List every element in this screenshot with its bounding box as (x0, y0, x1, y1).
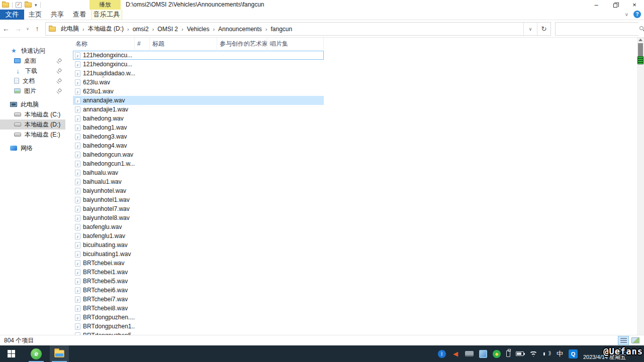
file-row[interactable]: BRTdongpuzhen5... (73, 331, 324, 335)
help-icon[interactable]: ? (633, 11, 641, 18)
breadcrumb-item[interactable]: fangcun (269, 25, 295, 34)
file-row[interactable]: baiyunhotel8.wav (73, 213, 324, 222)
file-row[interactable]: baihedongcun1.w... (73, 159, 324, 168)
file-row[interactable]: BRTchebei8.wav (73, 304, 324, 313)
ribbon-tab[interactable]: 查看 (68, 10, 90, 20)
tab-file[interactable]: 文件 (0, 10, 24, 20)
chevron-right-icon[interactable]: › (127, 26, 130, 32)
ime-indicator[interactable]: 中 (557, 349, 563, 358)
sidebar-item[interactable]: 文档 (0, 76, 65, 86)
contextual-tab-group[interactable]: 播放 (89, 0, 121, 10)
file-row[interactable]: BRTchebei7.wav (73, 295, 324, 304)
file-row[interactable]: BRTchebei1.wav (73, 268, 324, 277)
wifi-icon[interactable] (529, 351, 537, 357)
thumbnail-view-button[interactable] (630, 336, 641, 345)
file-row[interactable]: BRTchebei6.wav (73, 286, 324, 295)
sidebar-item[interactable]: 此电脑 (0, 99, 65, 109)
ribbon-tab[interactable]: 主页 (24, 10, 46, 20)
close-button[interactable]: × (625, 0, 644, 10)
sidebar-item[interactable]: 图片 (0, 86, 65, 96)
file-row[interactable]: 121hedongxincu... (73, 51, 324, 60)
touchpad-icon[interactable] (465, 351, 474, 356)
details-view-button[interactable] (618, 336, 629, 345)
file-row[interactable]: baihualu.wav (73, 168, 324, 177)
usb-icon[interactable] (506, 350, 510, 357)
minimize-button[interactable]: – (587, 0, 606, 10)
chevron-right-icon[interactable]: › (82, 26, 85, 32)
column-header[interactable]: 唱片集 (267, 38, 324, 50)
refresh-icon[interactable]: ↻ (537, 23, 550, 35)
search-input[interactable] (556, 23, 639, 35)
file-row[interactable]: BRTchebei5.wav (73, 277, 324, 286)
chevron-right-icon[interactable]: › (265, 26, 268, 32)
search-icon[interactable] (639, 26, 644, 32)
chevron-right-icon[interactable]: › (181, 26, 184, 32)
restore-button[interactable] (606, 0, 625, 10)
recent-locations-icon[interactable]: ∨ (24, 22, 31, 35)
column-header[interactable]: 参与创作的艺术家 (217, 38, 267, 50)
file-row[interactable]: baihedong3.wav (73, 132, 324, 141)
file-row[interactable]: BRTdongpuzhen.... (73, 313, 324, 322)
ribbon-tab[interactable]: 共享 (46, 10, 68, 20)
scrollbar-thumb[interactable] (638, 43, 643, 56)
forward-button[interactable]: → (12, 22, 24, 35)
file-row[interactable]: BRTdongpuzhen1... (73, 322, 324, 331)
bluetooth-icon[interactable] (438, 350, 446, 358)
column-header[interactable]: 标题 (150, 38, 217, 50)
sidebar-item[interactable]: 本地磁盘 (D:) (0, 119, 65, 130)
sidebar-item[interactable]: 本地磁盘 (C:) (0, 109, 65, 119)
sidebar-item[interactable]: 下载 (0, 66, 65, 76)
address-box[interactable]: 此电脑 › 本地磁盘 (D:) › omsi2 › OMSI 2 › Vehic… (45, 22, 551, 36)
file-row[interactable]: baihedongcun.wav (73, 150, 324, 159)
breadcrumb-item[interactable]: OMSI 2 (155, 25, 180, 34)
messenger-app-icon[interactable] (479, 350, 487, 358)
file-explorer-app-button[interactable] (50, 345, 69, 362)
security-app-icon[interactable] (493, 350, 501, 358)
sidebar-item[interactable]: 快速访问 (0, 46, 65, 56)
sidebar-item[interactable]: 网络 (0, 143, 65, 153)
column-header[interactable]: # (135, 38, 150, 50)
scroll-up-icon[interactable] (638, 39, 642, 41)
battery-icon[interactable] (516, 351, 524, 356)
file-row[interactable]: bicuihuating.wav (73, 240, 324, 250)
file-row[interactable]: baofenglu1.wav (73, 231, 324, 240)
breadcrumb-item[interactable]: 本地磁盘 (D:) (86, 24, 126, 34)
sidebar-item[interactable]: 本地磁盘 (E:) (0, 130, 65, 140)
breadcrumb-item[interactable]: Announcements (216, 25, 264, 34)
file-row[interactable]: baiyunhotel7.wav (73, 204, 324, 213)
start-button[interactable] (0, 345, 23, 362)
audio-device-icon[interactable] (451, 350, 459, 358)
new-folder-icon[interactable] (25, 3, 32, 8)
file-row[interactable]: baihualu1.wav (73, 177, 324, 186)
file-row[interactable]: baihedong1.wav (73, 123, 324, 132)
back-button[interactable]: ← (0, 22, 12, 35)
file-row[interactable]: baihedong.wav (73, 114, 324, 123)
chevron-right-icon[interactable]: › (212, 26, 215, 32)
up-button[interactable]: ↑ (31, 22, 43, 35)
q-app-icon[interactable]: Q (569, 349, 578, 358)
file-row[interactable]: 623lu.wav (73, 78, 324, 87)
breadcrumb-item[interactable]: 此电脑 (59, 24, 81, 34)
sidebar-item[interactable]: 桌面 (0, 56, 65, 66)
browser-app-button[interactable]: e (27, 345, 46, 362)
file-row[interactable]: BRTchebei.wav (73, 259, 324, 268)
file-row[interactable]: annandajie1.wav (73, 105, 324, 114)
breadcrumb-item[interactable]: omsi2 (131, 25, 151, 34)
file-row[interactable]: 623lu1.wav (73, 87, 324, 96)
column-header[interactable]: 名称 (73, 38, 135, 50)
properties-icon[interactable] (16, 2, 22, 8)
file-row[interactable]: baiyunhotel.wav (73, 186, 324, 195)
file-row[interactable]: 121huadidadao.w... (73, 69, 324, 78)
address-dropdown-icon[interactable]: ∨ (523, 23, 537, 35)
volume-icon[interactable] (543, 351, 551, 357)
file-row[interactable]: 121hedongxincu... (73, 60, 324, 69)
vertical-scrollbar[interactable] (637, 38, 644, 335)
tab-music-tools[interactable]: 音乐工具 (91, 10, 122, 20)
chevron-right-icon[interactable]: › (152, 26, 155, 32)
file-row[interactable]: bicuihuating1.wav (73, 250, 324, 259)
file-row[interactable]: annandajie.wav (73, 96, 324, 105)
customize-toolbar-caret-icon[interactable]: ▾ (35, 3, 37, 8)
file-row[interactable]: baofenglu.wav (73, 222, 324, 231)
breadcrumb-item[interactable]: Vehicles (185, 25, 212, 34)
expand-ribbon-icon[interactable]: ∨ (625, 12, 628, 17)
